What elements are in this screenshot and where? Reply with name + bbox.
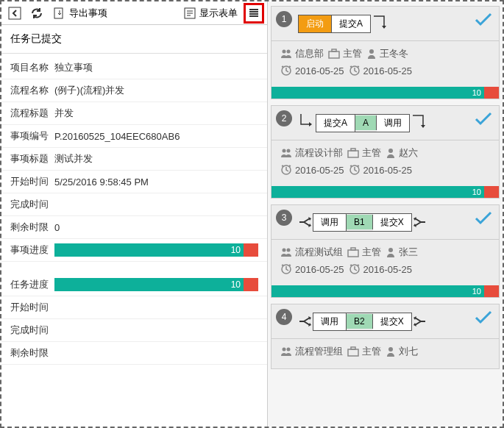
role-value: 主管 bbox=[362, 246, 381, 259]
stage-pill: 提交A bbox=[332, 15, 370, 32]
stage-strip: 调用B1提交X bbox=[313, 213, 412, 232]
clock-icon bbox=[349, 65, 361, 76]
stage-strip: 提交AA调用 bbox=[316, 114, 410, 132]
item-progress-label: 事项进度 bbox=[10, 243, 54, 257]
details-table: 项目名称独立事项 流程名称(例子)(流程)并发 流程标题并发 事项编号P.201… bbox=[1, 54, 267, 368]
item-title-value: 测试并发 bbox=[54, 152, 258, 165]
t-end-label: 完成时间 bbox=[10, 324, 54, 337]
role-value: 主管 bbox=[362, 146, 381, 160]
svg-point-7 bbox=[369, 49, 374, 54]
step-progress-bar: 10 bbox=[271, 285, 499, 297]
item-no-value: P.20160525_104EEC680AB6 bbox=[54, 131, 258, 142]
svg-rect-6 bbox=[332, 49, 336, 51]
users-icon bbox=[280, 346, 292, 357]
export-icon bbox=[53, 7, 66, 20]
svg-point-18 bbox=[287, 249, 291, 252]
export-button[interactable]: 导出事项 bbox=[49, 3, 112, 24]
step-progress-bar: 10 bbox=[271, 186, 499, 198]
dept-value: 流程管理组 bbox=[295, 345, 343, 358]
start-time-value: 5/25/2016 9:58:45 PM bbox=[54, 176, 258, 188]
dept-value: 流程设计部 bbox=[295, 146, 343, 160]
project-name-value: 独立事项 bbox=[54, 61, 258, 74]
stage-strip: 启动提交A bbox=[298, 15, 371, 33]
person-icon bbox=[386, 346, 396, 357]
briefcase-icon bbox=[347, 247, 359, 257]
user-value: 张三 bbox=[399, 246, 418, 259]
task-progress-label: 任务进度 bbox=[10, 278, 54, 291]
date-end: 2016-05-25 bbox=[363, 264, 413, 275]
show-form-button[interactable]: 显示表单 bbox=[179, 3, 242, 24]
user-value: 赵六 bbox=[399, 146, 418, 160]
svg-rect-12 bbox=[348, 151, 358, 157]
page-title: 任务已提交 bbox=[1, 25, 267, 54]
project-name-label: 项目名称 bbox=[10, 61, 54, 74]
stage-pill: 调用 bbox=[313, 214, 347, 231]
role-value: 主管 bbox=[362, 345, 381, 358]
arrow-out-icon bbox=[410, 113, 427, 133]
date-start: 2016-05-25 bbox=[295, 65, 344, 76]
date-start: 2016-05-25 bbox=[295, 264, 344, 275]
date-end: 2016-05-25 bbox=[363, 65, 413, 76]
dept-value: 信息部 bbox=[295, 47, 324, 60]
steps-panel: 1 启动提交A 信息部 主管 王冬冬 2016-05-25 2016-05-25… bbox=[268, 1, 503, 427]
svg-rect-5 bbox=[329, 51, 339, 58]
step-card[interactable]: 3 调用B1提交X 流程测试组 主管 张三 2016-05-25 2016-05… bbox=[271, 204, 500, 298]
svg-rect-20 bbox=[351, 248, 355, 250]
date-end: 2016-05-25 bbox=[363, 165, 413, 176]
svg-point-24 bbox=[283, 348, 286, 352]
stage-pill: 启动 bbox=[299, 15, 332, 32]
step-card[interactable]: 2 提交AA调用 流程设计部 主管 赵六 2016-05-25 2016-05-… bbox=[271, 105, 500, 199]
stage-pill: A bbox=[355, 115, 377, 130]
user-value: 王冬冬 bbox=[380, 47, 408, 60]
process-title-label: 流程标题 bbox=[10, 107, 54, 120]
t-remain-label: 剩余时限 bbox=[10, 346, 54, 360]
t-start-label: 开始时间 bbox=[10, 301, 54, 314]
clock-icon bbox=[280, 263, 292, 275]
export-label: 导出事项 bbox=[69, 7, 107, 20]
person-icon bbox=[386, 148, 396, 158]
svg-point-28 bbox=[388, 347, 393, 352]
remaining-value: 0 bbox=[54, 222, 258, 233]
task-progress-bar: 10 bbox=[54, 278, 258, 291]
step-card[interactable]: 1 启动提交A 信息部 主管 王冬冬 2016-05-25 2016-05-25… bbox=[271, 6, 500, 99]
refresh-button[interactable] bbox=[26, 3, 47, 24]
clock-icon bbox=[280, 164, 292, 176]
step-progress-bar: 10 bbox=[271, 87, 499, 99]
step-card[interactable]: 4 调用B2提交X 流程管理组 主管 刘七 bbox=[271, 304, 500, 369]
svg-point-4 bbox=[287, 50, 291, 54]
form-icon bbox=[183, 7, 196, 20]
stage-pill: 调用 bbox=[313, 313, 347, 330]
svg-point-21 bbox=[388, 248, 393, 252]
start-time-label: 开始时间 bbox=[10, 175, 54, 188]
person-icon bbox=[366, 49, 377, 59]
user-value: 刘七 bbox=[399, 345, 418, 358]
svg-point-14 bbox=[388, 149, 393, 153]
svg-point-3 bbox=[283, 50, 286, 54]
briefcase-icon bbox=[328, 49, 340, 59]
item-progress-bar: 10 bbox=[54, 243, 258, 257]
clock-icon bbox=[280, 65, 292, 76]
svg-point-25 bbox=[287, 348, 291, 352]
users-icon bbox=[280, 148, 292, 158]
arrow-out-icon bbox=[371, 13, 388, 34]
remaining-label: 剩余时限 bbox=[10, 221, 54, 234]
list-view-button[interactable] bbox=[244, 3, 264, 24]
item-no-label: 事项编号 bbox=[10, 129, 54, 143]
fork-in-icon bbox=[298, 216, 313, 228]
arrow-in-icon bbox=[298, 113, 316, 133]
date-start: 2016-05-25 bbox=[295, 165, 344, 176]
role-value: 主管 bbox=[343, 47, 362, 60]
process-name-value: (例子)(流程)并发 bbox=[54, 84, 258, 97]
process-title-value: 并发 bbox=[54, 107, 258, 120]
clock-icon bbox=[349, 263, 361, 275]
show-form-label: 显示表单 bbox=[199, 7, 238, 20]
users-icon bbox=[280, 247, 292, 257]
svg-rect-27 bbox=[351, 347, 355, 349]
person-icon bbox=[386, 247, 396, 257]
back-button[interactable] bbox=[4, 3, 25, 24]
dept-value: 流程测试组 bbox=[295, 246, 343, 259]
stage-pill: 调用 bbox=[377, 115, 409, 132]
stage-pill: B1 bbox=[347, 215, 373, 229]
stage-pill: 提交X bbox=[373, 214, 411, 231]
users-icon bbox=[280, 49, 292, 59]
